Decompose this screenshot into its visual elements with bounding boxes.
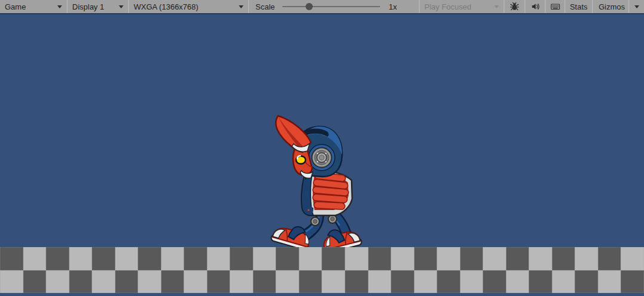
checker-square: [460, 270, 483, 294]
checker-square: [529, 270, 552, 294]
checker-square: [115, 247, 138, 270]
checker-square: [483, 247, 506, 270]
checker-square: [92, 247, 115, 270]
game-view-toolbar: Game Display 1 WXGA (1366x768) Scale 1x …: [0, 0, 644, 14]
scale-value: 1x: [389, 2, 397, 11]
divider: [628, 0, 629, 13]
checker-square: [345, 247, 368, 270]
scale-control: Scale 1x: [249, 0, 420, 13]
checker-square: [230, 247, 253, 270]
checker-square: [184, 247, 207, 270]
checker-square: [506, 247, 529, 270]
game-tab-label: Game: [5, 2, 26, 11]
mute-audio-button[interactable]: [525, 0, 546, 13]
checker-square: [46, 247, 69, 270]
robot-right-knee-bolt: [331, 217, 334, 221]
robot-ear-speaker: [312, 148, 332, 168]
bug-icon: [510, 2, 519, 11]
display-dropdown[interactable]: Display 1: [67, 0, 129, 13]
checker-square: [575, 270, 598, 294]
checker-square: [414, 270, 437, 294]
checker-square: [345, 270, 368, 294]
checker-square: [161, 270, 184, 294]
checker-square: [391, 270, 414, 294]
checker-square: [276, 247, 299, 270]
debug-toggle-button[interactable]: [504, 0, 525, 13]
checker-square: [92, 270, 115, 294]
checker-square: [253, 247, 276, 270]
checker-square: [0, 247, 23, 270]
keyboard-shortcuts-button[interactable]: [546, 0, 565, 13]
checker-square: [69, 270, 93, 294]
checker-square: [184, 270, 207, 294]
chevron-down-icon: [634, 5, 639, 8]
play-focused-label: Play Focused: [424, 2, 472, 11]
game-tab-dropdown[interactable]: Game: [0, 0, 67, 13]
checker-square: [529, 247, 552, 270]
checker-square: [253, 270, 276, 294]
checker-square: [621, 247, 644, 270]
stats-button[interactable]: Stats: [565, 0, 593, 13]
checker-square: [46, 270, 69, 294]
checker-square: [23, 270, 47, 294]
checker-square: [414, 247, 437, 270]
checker-square: [276, 270, 299, 294]
checker-square: [322, 247, 345, 270]
scale-label: Scale: [255, 2, 275, 11]
robot-left-shoe: [270, 220, 313, 251]
checker-square: [69, 247, 93, 270]
checker-square: [621, 270, 644, 294]
gizmos-dropdown[interactable]: Gizmos: [593, 0, 644, 13]
chevron-down-icon: [57, 5, 62, 8]
checker-square: [207, 247, 230, 270]
checker-square: [391, 247, 414, 270]
scale-slider[interactable]: [282, 6, 381, 7]
checkerboard-ground: [0, 247, 644, 293]
checker-square: [230, 270, 253, 294]
checker-square: [207, 270, 230, 294]
checker-square: [598, 270, 621, 294]
keyboard-icon: [550, 2, 560, 11]
chevron-down-icon: [239, 5, 244, 8]
game-viewport: [0, 16, 644, 296]
checker-square: [598, 247, 621, 270]
checker-square: [115, 270, 138, 294]
resolution-dropdown[interactable]: WXGA (1366x768): [129, 0, 249, 13]
checker-square: [483, 270, 506, 294]
display-dropdown-label: Display 1: [72, 2, 104, 11]
checker-square: [460, 247, 483, 270]
checker-square: [299, 247, 322, 270]
robot-character-sprite: [266, 108, 367, 257]
checker-square: [575, 247, 598, 270]
checker-square: [552, 270, 575, 294]
robot-head: [276, 116, 342, 178]
checker-square: [299, 270, 322, 294]
checker-square: [368, 247, 392, 270]
chevron-down-icon: [494, 5, 499, 8]
checker-square: [506, 270, 529, 294]
checker-square: [161, 247, 184, 270]
checker-square: [552, 247, 575, 270]
robot-horn: [276, 116, 311, 152]
checker-square: [437, 270, 460, 294]
stats-button-label: Stats: [570, 2, 588, 11]
gizmos-dropdown-label: Gizmos: [599, 2, 625, 11]
robot-left-knee-bolt: [313, 220, 317, 223]
resolution-dropdown-label: WXGA (1366x768): [134, 2, 198, 11]
checker-square: [368, 270, 392, 294]
checker-square: [138, 247, 161, 270]
checker-square: [23, 247, 47, 270]
checker-square: [437, 247, 460, 270]
checker-square: [138, 270, 161, 294]
play-focused-dropdown[interactable]: Play Focused: [420, 0, 504, 13]
unity-game-view-window: Game Display 1 WXGA (1366x768) Scale 1x …: [0, 0, 644, 296]
chevron-down-icon: [119, 5, 124, 8]
speaker-icon: [531, 2, 540, 11]
checker-square: [0, 270, 23, 294]
checker-square: [322, 270, 345, 294]
scale-slider-knob[interactable]: [306, 3, 313, 10]
